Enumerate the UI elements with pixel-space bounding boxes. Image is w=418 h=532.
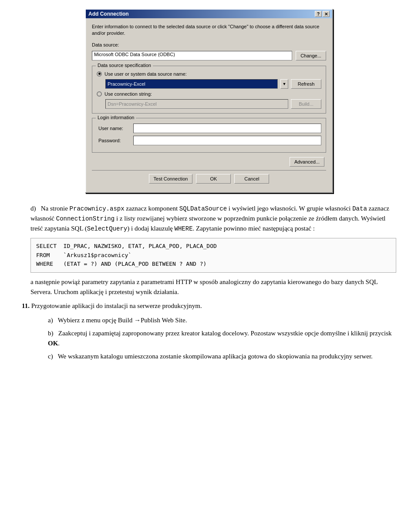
dropdown-value: Pracownicy-Excel [108, 81, 145, 87]
item-d-code4: ConnectionString [56, 215, 115, 222]
item-d-code6: WHERE [175, 225, 193, 232]
section-11-text: Przygotowanie aplikacji do instalacji na… [30, 302, 202, 309]
after-code-text: a następnie powiąż parametry zapytania z… [30, 277, 396, 297]
item-a: a) Wybierz z menu opcję Build →Publish W… [48, 315, 396, 325]
item-d-code3: Data [352, 205, 367, 212]
item-c-text: We wskazanym katalogu umieszczona zostan… [58, 353, 373, 360]
dropdown-row: Pracownicy-Excel ▼ Refresh [105, 79, 321, 89]
login-groupbox-label: Login information [96, 115, 136, 120]
item-c: c) We wskazanym katalogu umieszczona zos… [48, 351, 396, 361]
dialog-body: Enter information to connect to the sele… [86, 18, 332, 192]
ok-button[interactable]: OK [196, 174, 231, 184]
item-d-text1: Na stronie [41, 205, 70, 212]
item-b: b) Zaakceptuj i zapamiętaj zaproponowany… [48, 328, 396, 348]
item-c-prefix: c) [48, 353, 53, 360]
data-source-field: Microsoft ODBC Data Source (ODBC) [92, 51, 292, 60]
connection-string-row: Build... [105, 99, 321, 109]
item-b-bold: OK [48, 340, 58, 347]
item-a-prefix: a) [48, 317, 53, 324]
data-source-label: Data source: [92, 42, 127, 47]
build-button[interactable]: Build... [291, 99, 321, 109]
bottom-buttons: Test Connection OK Cancel [92, 170, 326, 187]
add-connection-dialog: Add Connection ? ✕ Enter information to … [85, 9, 333, 193]
dialog-title: Add Connection [88, 11, 129, 17]
password-row: Password: [98, 136, 321, 145]
data-source-row: Data source: [92, 42, 326, 47]
item-a-text: Wybierz z menu opcję Build [58, 317, 133, 324]
sub-item-list: a) Wybierz z menu opcję Build →Publish W… [39, 315, 396, 361]
datasource-dropdown[interactable]: Pracownicy-Excel [105, 79, 278, 89]
username-label: User name: [98, 126, 133, 131]
sql-code-block: SELECT ID_PRAC, NAZWISKO, ETAT, PLACA_PO… [30, 238, 396, 273]
refresh-button[interactable]: Refresh [291, 79, 321, 89]
login-information-group: Login information User name: Password: [92, 118, 326, 153]
item-d-code2: SQLDataSource [179, 205, 227, 212]
item-b-text: Zaakceptuj i zapamiętaj zaproponowany pr… [58, 330, 392, 337]
groupbox-label: Data source specification [96, 63, 153, 68]
advanced-button[interactable]: Advanced... [290, 157, 324, 167]
radio1-row: Use user or system data source name: [97, 71, 321, 77]
login-groupbox-content: User name: Password: [97, 124, 321, 145]
dialog-titlebar: Add Connection ? ✕ [86, 10, 332, 18]
item-d-text6: ) i dodaj klauzulę [127, 225, 174, 232]
titlebar-buttons: ? ✕ [315, 11, 330, 17]
item-d-text2: zaznacz komponent [125, 205, 179, 212]
item-b-prefix: b) [48, 330, 54, 337]
dialog-container: Add Connection ? ✕ Enter information to … [17, 9, 401, 193]
item-d-text7: . Zapytanie powinno mieć następującą pos… [193, 225, 315, 232]
item-d-code1: Pracownicy.aspx [70, 205, 125, 212]
item-b-period: . [58, 340, 60, 347]
item-a-text2: Publish Web Site. [141, 317, 187, 324]
password-label: Password: [98, 138, 133, 143]
username-row: User name: [98, 124, 321, 133]
radio2-button[interactable] [97, 91, 102, 97]
item-d: d) Na stronie Pracownicy.aspx zaznacz ko… [30, 204, 396, 297]
username-field[interactable] [133, 124, 321, 133]
test-connection-button[interactable]: Test Connection [149, 174, 193, 184]
section-11-heading: 11. Przygotowanie aplikacji do instalacj… [22, 301, 396, 311]
item-a-arrow: → [134, 317, 141, 324]
change-button[interactable]: Change... [296, 51, 326, 60]
radio2-row: Use connection string: [97, 91, 321, 97]
item-d-text3: i wyświetl jego własności. W grupie włas… [227, 205, 352, 212]
radio1-button[interactable] [97, 71, 102, 77]
advanced-footer: Advanced... [92, 157, 326, 167]
connection-string-field[interactable] [105, 99, 288, 109]
data-source-field-row: Microsoft ODBC Data Source (ODBC) Change… [92, 51, 326, 60]
radio2-label: Use connection string: [104, 91, 152, 97]
password-field[interactable] [133, 136, 321, 145]
item-d-paragraph: d) Na stronie Pracownicy.aspx zaznacz ko… [30, 204, 396, 234]
item-d-prefix: d) [30, 205, 36, 212]
cancel-button[interactable]: Cancel [234, 174, 269, 184]
section-11-number: 11. [22, 302, 30, 309]
dropdown-arrow-icon[interactable]: ▼ [280, 79, 288, 89]
sql-code: SELECT ID_PRAC, NAZWISKO, ETAT, PLACA_PO… [36, 242, 391, 269]
groupbox-content: Use user or system data source name: Pra… [97, 71, 321, 109]
main-content: d) Na stronie Pracownicy.aspx zaznacz ko… [17, 204, 401, 361]
close-button[interactable]: ✕ [323, 11, 330, 17]
dialog-description: Enter information to connect to the sele… [92, 23, 326, 37]
help-button[interactable]: ? [315, 11, 322, 17]
data-source-specification-group: Data source specification Use user or sy… [92, 66, 326, 114]
item-d-code5: SelectQuery [87, 225, 127, 232]
radio1-label: Use user or system data source name: [104, 71, 187, 77]
